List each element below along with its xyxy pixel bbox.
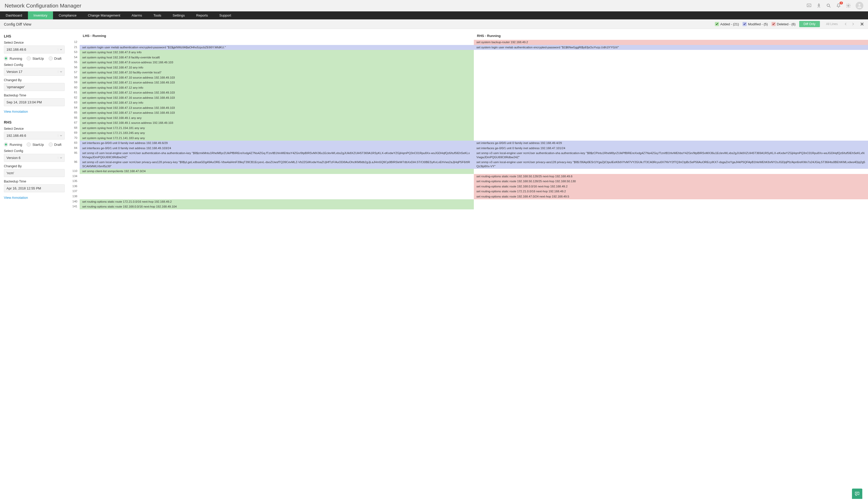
- rhs-cell: set routing-options static route 192.168…: [474, 184, 868, 189]
- diff-row: 84set interfaces ge-0/0/1 unit 0 family …: [69, 146, 868, 151]
- rhs-cell: [474, 70, 868, 75]
- rhs-cell: set snmp v3 usm local-engine user ncmUse…: [474, 160, 868, 169]
- diff-body[interactable]: 12set system backup-router 192.168.49.22…: [69, 40, 868, 502]
- nav-item-alarms[interactable]: Alarms: [126, 11, 148, 19]
- lhs-cell: set system syslog host 192.168.47.10 any…: [80, 65, 474, 70]
- rhs-config-label: Select Config: [4, 149, 65, 153]
- user-avatar[interactable]: [856, 2, 863, 10]
- filter-modified[interactable]: Modified - (5): [743, 22, 768, 26]
- rhs-cell: [474, 75, 868, 80]
- chevron-down-icon: [58, 71, 62, 73]
- all-lines-button[interactable]: All Lines: [824, 21, 840, 27]
- line-number: 95: [69, 151, 80, 160]
- lhs-radio-startup[interactable]: StartUp: [27, 56, 44, 61]
- line-number: 141: [69, 204, 80, 209]
- lhs-cell: set interfaces ge-0/0/0 unit 0 family in…: [80, 140, 474, 146]
- rhs-radio-startup[interactable]: StartUp: [27, 143, 44, 147]
- rhs-cell: [474, 130, 868, 136]
- line-number: 69: [69, 130, 80, 136]
- rhs-radio-running[interactable]: Running: [4, 143, 22, 147]
- bell-icon[interactable]: 3: [836, 3, 841, 8]
- rhs-cell: [474, 95, 868, 101]
- lhs-radio-draft[interactable]: Draft: [49, 56, 62, 61]
- line-number: 134: [69, 174, 80, 179]
- subheader: Config Diff View Added - (21) Modified -…: [0, 19, 868, 29]
- lhs-cell: set system syslog host 192.168.47.13 sou…: [80, 105, 474, 111]
- lhs-view-annotation-link[interactable]: View Annotation: [4, 109, 28, 114]
- diff-row: 56set system syslog host 192.168.47.10 a…: [69, 65, 868, 70]
- nav-item-compliance[interactable]: Compliance: [53, 11, 82, 19]
- diff-row: 136set routing-options static route 192.…: [69, 184, 868, 189]
- rhs-cell: set routing-options static route 192.168…: [474, 179, 868, 184]
- nav-item-support[interactable]: Support: [214, 11, 237, 19]
- diff-row: 135set routing-options static route 192.…: [69, 179, 868, 184]
- gear-icon[interactable]: [846, 3, 851, 8]
- lhs-device-select[interactable]: 192.168.49.6: [4, 45, 65, 53]
- line-number: 64: [69, 105, 80, 111]
- lhs-config-select[interactable]: Version 17: [4, 68, 65, 76]
- rhs-device-select[interactable]: 192.168.49.6: [4, 132, 65, 139]
- line-number: 67: [69, 121, 80, 126]
- diff-row: 140set routing-options static route 172.…: [69, 199, 868, 205]
- line-number: 62: [69, 95, 80, 101]
- nav-item-dashboard[interactable]: Dashboard: [0, 11, 28, 19]
- rhs-view-annotation-link[interactable]: View Annotation: [4, 196, 28, 200]
- line-number: 53: [69, 50, 80, 55]
- line-number: 21: [69, 45, 80, 50]
- nav-item-settings[interactable]: Settings: [167, 11, 190, 19]
- rhs-cell: [474, 105, 868, 111]
- line-number: 96: [69, 160, 80, 169]
- rhs-cell: set routing-options static route 172.21.…: [474, 189, 868, 194]
- nav-item-reports[interactable]: Reports: [190, 11, 214, 19]
- diff-row: 61set system syslog host 192.168.47.12 s…: [69, 90, 868, 95]
- rhs-cell: [474, 116, 868, 121]
- line-number: 84: [69, 146, 80, 151]
- chevron-down-icon: [58, 157, 62, 159]
- lhs-cell: set system syslog host 172.21.154.181 an…: [80, 126, 474, 131]
- rhs-radio-draft[interactable]: Draft: [49, 143, 62, 147]
- rhs-changedby-label: Changed By: [4, 164, 65, 168]
- line-number: 56: [69, 65, 80, 70]
- app-header: Network Configuration Manager 3: [0, 0, 868, 11]
- rhs-config-select[interactable]: Version 6: [4, 154, 65, 162]
- lhs-backedup-label: Backedup Time: [4, 94, 65, 97]
- prev-diff-icon[interactable]: [844, 22, 848, 26]
- filter-added[interactable]: Added - (21): [715, 22, 739, 26]
- next-diff-icon[interactable]: [851, 22, 855, 26]
- filter-deleted[interactable]: Deleted - (6): [772, 22, 796, 26]
- lhs-cell: set system syslog host 192.168.47.8 sour…: [80, 60, 474, 65]
- rhs-cell: [474, 111, 868, 116]
- nav-item-inventory[interactable]: Inventory: [28, 11, 53, 19]
- diff-row: 70set system syslog host 172.21.141.183 …: [69, 136, 868, 141]
- lhs-radio-running[interactable]: Running: [4, 56, 22, 61]
- lhs-config-label: Select Config: [4, 63, 65, 67]
- main-content: LHS Select Device 192.168.49.6 Running S…: [0, 29, 868, 502]
- lhs-cell: set system syslog host 172.21.183.245 an…: [80, 130, 474, 136]
- diff-row: 54set system syslog host 192.168.47.8 fa…: [69, 55, 868, 60]
- search-icon[interactable]: [826, 3, 831, 8]
- nav-item-tools[interactable]: Tools: [148, 11, 167, 19]
- diff-row: 110set snmp client-list snmpclients 192.…: [69, 169, 868, 174]
- rhs-cell: [474, 80, 868, 85]
- lhs-cell: set system syslog host 192.168.47.12 sou…: [80, 90, 474, 95]
- line-number: 60: [69, 85, 80, 91]
- rhs-mode-radios: Running StartUp Draft: [4, 143, 65, 147]
- lhs-cell: set system syslog host 192.168.47.8 any …: [80, 50, 474, 55]
- rocket-icon[interactable]: [816, 3, 822, 8]
- rhs-cell: [474, 199, 868, 205]
- svg-point-3: [858, 4, 860, 6]
- diff-only-button[interactable]: Diff Only: [799, 21, 820, 27]
- lhs-cell: set system login user melab authenticati…: [80, 45, 474, 50]
- diff-row: 58set system syslog host 192.168.47.10 s…: [69, 75, 868, 80]
- nav-item-change-management[interactable]: Change Management: [82, 11, 126, 19]
- line-number: 138: [69, 194, 80, 199]
- diff-row: 53set system syslog host 192.168.47.8 an…: [69, 50, 868, 55]
- present-icon[interactable]: [806, 3, 812, 8]
- lhs-changedby-label: Changed By: [4, 78, 65, 82]
- line-number: 66: [69, 116, 80, 121]
- lhs-cell: set routing-options static route 172.21.…: [80, 199, 474, 205]
- chevron-down-icon: [58, 134, 62, 137]
- close-icon[interactable]: [860, 22, 864, 26]
- chat-button[interactable]: [852, 489, 862, 499]
- line-number: 70: [69, 136, 80, 141]
